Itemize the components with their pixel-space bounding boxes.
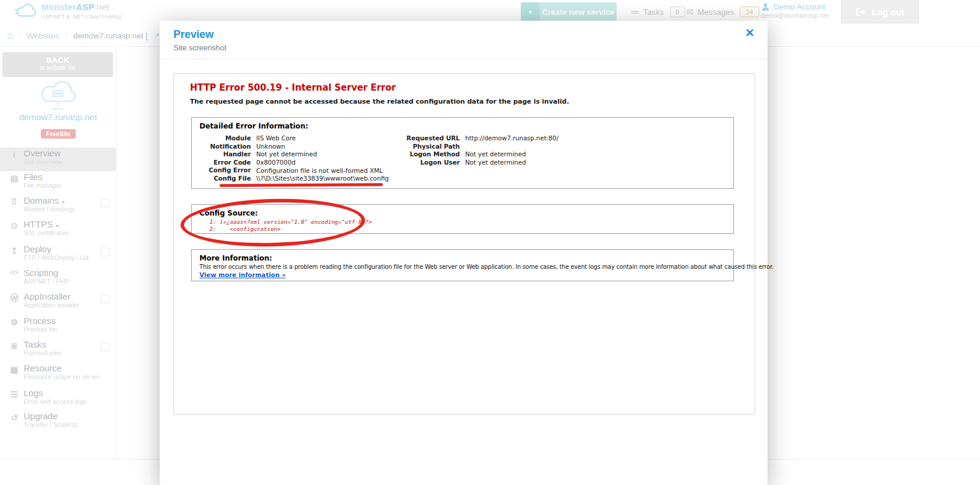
table-row: Logon UserNot yet determined xyxy=(406,159,559,167)
table-row: HandlerNot yet determined xyxy=(199,150,389,159)
table-row: Requested URLhttp://demow7.runasp.net:80… xyxy=(406,134,559,143)
more-information-box: More Information: This error occurs when… xyxy=(191,249,734,281)
table-row: Logon MethodNot yet determined xyxy=(406,150,559,159)
table-row: Config ErrorConfiguration file is not we… xyxy=(199,166,389,175)
table-row: Error Code0x8007000d xyxy=(199,159,389,167)
detailed-error-title: Detailed Error Information: xyxy=(199,122,308,130)
table-row: Physical Path xyxy=(406,143,559,151)
table-row: NotificationUnknown xyxy=(199,143,389,151)
preview-modal: Preview Site screenshot ✕ HTTP Error 500… xyxy=(160,21,768,485)
modal-subtitle: Site screenshot xyxy=(173,43,227,52)
detailed-error-table-left: ModuleIIS Web Core NotificationUnknown H… xyxy=(199,134,389,183)
app: MonsterASP.net ASP.NET & .NET Cloud Host… xyxy=(0,0,980,485)
modal-title: Preview xyxy=(173,28,214,41)
close-icon[interactable]: ✕ xyxy=(745,26,755,40)
modal-header-divider xyxy=(160,59,768,59)
site-screenshot: HTTP Error 500.19 - Internal Server Erro… xyxy=(173,73,755,415)
more-information-title: More Information: xyxy=(199,254,272,262)
more-information-text: This error occurs when there is a proble… xyxy=(199,264,773,270)
table-row: ModuleIIS Web Core xyxy=(199,134,389,143)
table-row: Config File\\?\D:\Sites\site33839\wwwroo… xyxy=(199,175,389,183)
detailed-error-table-right: Requested URLhttp://demow7.runasp.net:80… xyxy=(406,134,559,166)
view-more-information-link[interactable]: View more information » xyxy=(199,271,286,278)
detailed-error-box: Detailed Error Information: ModuleIIS We… xyxy=(191,117,734,189)
error-summary: The requested page cannot be accessed be… xyxy=(190,98,569,105)
error-heading: HTTP Error 500.19 - Internal Server Erro… xyxy=(190,82,396,93)
